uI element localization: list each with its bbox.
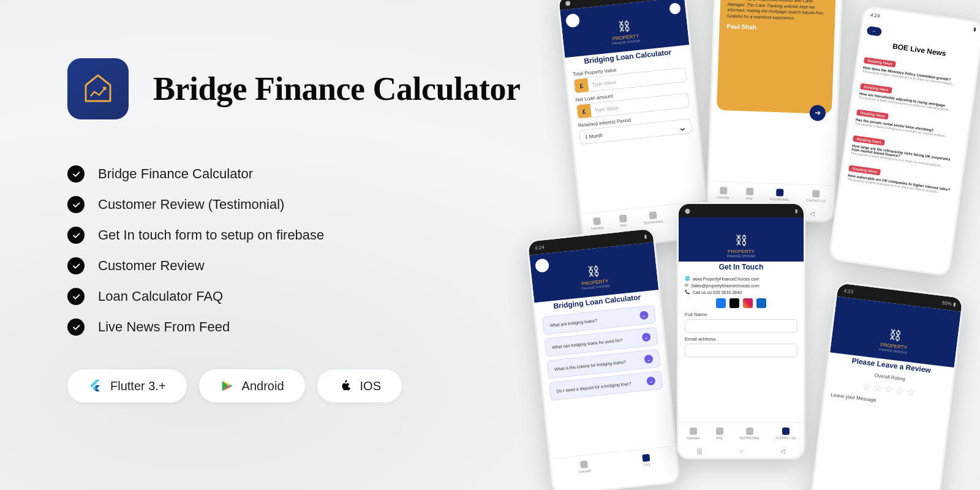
- field-label: Email address: [685, 336, 797, 342]
- nav-testimonial[interactable]: TESTIMONIAL: [739, 428, 760, 440]
- list-item: Live News From Feed: [67, 318, 588, 336]
- facebook-icon[interactable]: [716, 298, 726, 308]
- list-item: Loan Calculator FAQ: [67, 288, 588, 305]
- star-icon: ☆: [872, 382, 882, 394]
- check-icon: [67, 165, 85, 183]
- star-icon: ☆: [883, 383, 893, 396]
- logo-icon: ⛓: [888, 328, 902, 343]
- chevron-down-icon: ⌄: [644, 355, 653, 364]
- check-icon: [67, 257, 85, 274]
- logo-icon: ⛓: [587, 264, 600, 279]
- feature-list: Bridge Finance Calculator Customer Revie…: [67, 165, 588, 336]
- contact-email[interactable]: ✉ Sales@propertyfinancechoices.com: [685, 283, 797, 288]
- linkedin-icon[interactable]: [756, 298, 766, 308]
- nav-faq[interactable]: FAQ: [642, 453, 650, 466]
- phone-review: 4:2355% ▮ ← ⛓ PROPERTY FINANCE CHOICES P…: [805, 281, 965, 490]
- check-icon: [67, 288, 85, 305]
- chevron-down-icon: ⌄: [677, 121, 687, 133]
- logo-icon: ⛓: [617, 19, 631, 34]
- nav-calculate[interactable]: Calculate: [578, 460, 592, 473]
- app-icon: [67, 58, 129, 119]
- badge-ios: IOS: [317, 369, 402, 402]
- placeholder: Type Value: [590, 105, 619, 113]
- nav-faq[interactable]: FAQ: [716, 428, 723, 440]
- check-icon: [67, 318, 85, 336]
- badge-label: Android: [242, 379, 284, 393]
- apple-icon: [338, 379, 353, 393]
- check-icon: [67, 227, 85, 244]
- play-icon: [220, 379, 235, 393]
- badge-android: Android: [199, 369, 305, 402]
- list-item: Bridge Finance Calculator: [67, 165, 588, 183]
- status-bar: ⬤▮: [679, 204, 804, 217]
- phone-faq: 4:24▮ ☰ ⛓ PROPERTY FINANCE CHOICES Bridg…: [526, 227, 681, 490]
- brand-sub: FINANCE CHOICES: [727, 254, 755, 258]
- nav-faq[interactable]: FAQ: [745, 187, 753, 200]
- page-title: Bridge Finance Calculator: [153, 70, 520, 108]
- flutter-icon: [88, 379, 103, 393]
- testimonial-quote: Impressed with both the excellent Qualit…: [727, 0, 829, 23]
- phone-contact: ⬤▮ ⛓ PROPERTY FINANCE CHOICES Get In Tou…: [677, 202, 805, 459]
- placeholder: Type Value: [588, 79, 616, 88]
- currency-prefix: £: [577, 104, 592, 118]
- select-value: 1 Month: [585, 132, 603, 140]
- field-label: Full Name: [685, 312, 797, 317]
- email-input[interactable]: [685, 344, 797, 357]
- contact-web[interactable]: 🌐 www.PropertyFinanceChoices.com: [685, 276, 797, 281]
- nav-testimonial[interactable]: TESTIMONIAL: [642, 210, 663, 224]
- list-item: Customer Review (Testimonial): [67, 196, 588, 213]
- phone-testimonial: ⬤56% ▮ Impressed with both the excellent…: [706, 0, 844, 223]
- chevron-down-icon: ⌄: [639, 311, 649, 320]
- check-icon: [67, 196, 85, 213]
- currency-prefix: £: [574, 78, 589, 93]
- name-input[interactable]: [685, 319, 797, 333]
- brand-name: PROPERTY: [728, 249, 755, 254]
- star-icon: ☆: [894, 385, 904, 398]
- flag-icon[interactable]: [669, 2, 681, 15]
- star-icon: ☆: [905, 386, 915, 399]
- nav-calculate[interactable]: Calculate: [717, 186, 730, 199]
- next-button[interactable]: ➜: [809, 105, 826, 121]
- nav-calculate[interactable]: Calculate: [687, 428, 699, 440]
- logo-icon: ⛓: [735, 233, 747, 247]
- nav-contact[interactable]: CONTACT US: [806, 189, 826, 202]
- badge-label: Flutter 3.+: [110, 379, 166, 393]
- nav-faq[interactable]: FAQ: [619, 214, 627, 227]
- instagram-icon[interactable]: [743, 298, 753, 308]
- testimonial-author: Paul Shah: [727, 23, 827, 33]
- nav-calculate[interactable]: Calculate: [590, 217, 604, 230]
- x-icon[interactable]: [729, 298, 739, 308]
- nav-contact[interactable]: CONTACT US: [776, 428, 796, 440]
- list-item: Get In touch form to setup on firebase: [67, 227, 588, 244]
- list-item: Customer Review: [67, 257, 588, 274]
- screen-title: Get In Touch: [685, 263, 797, 271]
- star-icon: ☆: [862, 380, 872, 393]
- chevron-down-icon: ⌄: [642, 333, 651, 342]
- badge-flutter: Flutter 3.+: [67, 369, 187, 402]
- contact-phone[interactable]: 📞 Call us on 020 3633 2840: [685, 290, 797, 295]
- system-nav: |||○◁: [679, 444, 804, 458]
- phone-news: 4:24▮ ← BOE Live News Breaking NewsHow d…: [828, 5, 980, 277]
- menu-icon[interactable]: ☰: [565, 13, 580, 28]
- badge-label: IOS: [360, 379, 381, 393]
- nav-testimonial[interactable]: TESTIMONIAL: [769, 188, 790, 201]
- menu-icon[interactable]: ☰: [535, 258, 549, 273]
- chevron-down-icon: ⌄: [646, 376, 655, 385]
